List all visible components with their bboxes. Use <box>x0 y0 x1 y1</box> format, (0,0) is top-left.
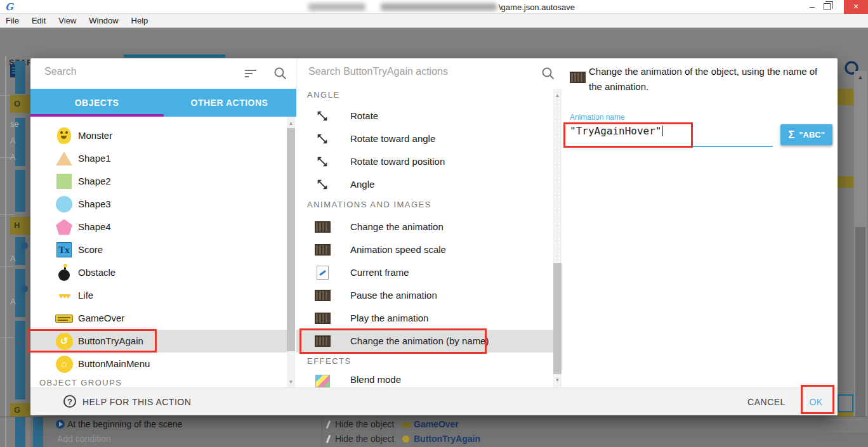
square-icon <box>56 174 72 189</box>
film-icon <box>315 313 331 324</box>
condition-icon <box>21 242 28 249</box>
object-row-shape1[interactable]: Shape1 <box>30 147 287 170</box>
filter-icon[interactable] <box>244 68 257 79</box>
hearts-icon: ♥♥♥ <box>58 291 69 301</box>
object-groups-header: OBJECT GROUPS <box>39 378 122 387</box>
search-icon <box>273 67 287 83</box>
action-row-pause-animation[interactable]: Pause the animation <box>296 284 553 307</box>
action-row-change-animation[interactable]: Change the animation <box>296 216 553 238</box>
film-icon <box>315 290 331 301</box>
help-link[interactable]: HELP FOR THIS ACTION <box>82 397 191 407</box>
add-condition-link[interactable]: Add condition <box>57 434 111 444</box>
object-row-life[interactable]: ♥♥♥ Life <box>30 284 287 307</box>
buttontryagain-mini-icon <box>402 436 409 443</box>
object-row-buttonmainmenu[interactable]: ⌂ ButtonMainMenu <box>30 353 287 375</box>
film-icon <box>570 72 586 83</box>
annotation-box-buttontryagain <box>27 329 157 353</box>
action-row-blend-mode[interactable]: Blend mode <box>296 372 553 387</box>
object-row-monster[interactable]: Monster <box>30 124 287 147</box>
tab-objects[interactable]: OBJECTS <box>30 89 163 117</box>
rotate-arrow-icon <box>314 153 331 170</box>
condition-icon <box>21 285 28 292</box>
annotation-box-ok-button <box>801 385 834 414</box>
menu-window[interactable]: Window <box>82 16 124 25</box>
event-bar <box>15 417 25 447</box>
scroll-up-icon[interactable]: ▲ <box>553 93 562 98</box>
object-row-score[interactable]: Tx Score <box>30 238 287 261</box>
menu-file[interactable]: File <box>0 16 25 25</box>
pentagon-icon <box>56 219 72 235</box>
scroll-down-icon[interactable]: ▼ <box>553 377 562 383</box>
frame-icon <box>317 266 329 280</box>
dialog-footer: ? HELP FOR THIS ACTION CANCEL OK <box>30 387 838 415</box>
event-bar <box>15 269 25 317</box>
action-object-name[interactable]: GameOver <box>414 419 459 429</box>
action-row-rotate-toward-position[interactable]: Rotate toward position <box>296 150 553 173</box>
event-bar <box>33 417 43 447</box>
circle-icon <box>56 196 72 212</box>
gameover-mini-icon <box>402 422 411 427</box>
gameover-icon <box>55 314 73 323</box>
action-description: Change the animation of the object, usin… <box>589 64 831 94</box>
object-row-shape3[interactable]: Shape3 <box>30 193 287 216</box>
action-row-angle[interactable]: Angle <box>296 173 553 196</box>
annotation-box-animation-name-field <box>563 122 693 148</box>
rotate-arrow-icon <box>314 131 331 147</box>
action-row-current-frame[interactable]: Current frame <box>296 261 553 284</box>
blurred-title-segment <box>381 3 497 11</box>
rotate-arrow-icon <box>314 108 331 124</box>
action-row-play-animation[interactable]: Play the animation <box>296 307 553 330</box>
title-bar: G \game.json.autosave – × <box>0 0 868 14</box>
rotate-arrow-icon <box>314 176 331 193</box>
object-search-input[interactable] <box>44 66 235 77</box>
toolbar <box>0 28 868 56</box>
triangle-icon <box>56 152 72 165</box>
minimize-button[interactable]: – <box>803 1 821 13</box>
screen: G \game.json.autosave – × File Edit View… <box>0 0 868 447</box>
close-button[interactable]: × <box>844 0 868 14</box>
choose-action-dialog: OBJECTS OTHER ACTIONS Monster Shape1 Sha… <box>30 58 838 415</box>
object-tabs: OBJECTS OTHER ACTIONS <box>30 89 296 117</box>
sigma-icon: Σ <box>788 129 794 141</box>
object-row-obstacle[interactable]: Obstacle <box>30 261 287 284</box>
events-scrollbar-thumb[interactable] <box>855 227 865 417</box>
objects-scrollbar-thumb[interactable] <box>287 128 295 351</box>
expression-editor-button[interactable]: Σ "ABC" <box>780 124 832 145</box>
help-icon[interactable]: ? <box>63 395 76 408</box>
tab-other-actions[interactable]: OTHER ACTIONS <box>163 89 296 117</box>
fold-chevron-icon[interactable]: ▾ <box>16 339 20 347</box>
action-row-animation-speed[interactable]: Animation speed scale <box>296 238 553 261</box>
app-logo-icon: G <box>5 1 13 13</box>
action-object-name[interactable]: ButtonTryAgain <box>414 434 480 444</box>
action-row-rotate-toward-angle[interactable]: Rotate toward angle <box>296 127 553 150</box>
scroll-down-icon[interactable]: ▼ <box>287 379 295 385</box>
search-icon <box>541 67 555 83</box>
event-bar <box>15 61 25 94</box>
restore-button[interactable] <box>824 3 831 10</box>
menu-help[interactable]: Help <box>125 16 155 25</box>
object-row-gameover[interactable]: GameOver <box>30 307 287 330</box>
annotation-box-change-animation-by-name <box>299 328 487 354</box>
object-search-area <box>30 58 296 89</box>
actions-scrollbar-thumb[interactable] <box>553 263 562 374</box>
event-bar <box>15 321 25 399</box>
scroll-up-icon[interactable]: ▲ <box>287 120 295 126</box>
action-search-input[interactable] <box>308 66 524 77</box>
film-icon <box>315 244 331 256</box>
condition-text[interactable]: At the beginning of the scene <box>67 419 182 429</box>
menu-view[interactable]: View <box>52 16 82 25</box>
active-tab-underline <box>30 114 164 117</box>
highlighted-event <box>838 89 853 105</box>
object-row-shape4[interactable]: Shape4 <box>30 216 287 238</box>
scroll-up-icon[interactable]: ▲ <box>854 74 867 81</box>
menu-edit[interactable]: Edit <box>25 16 52 25</box>
blend-mode-icon <box>315 375 330 387</box>
event-bar <box>15 170 25 212</box>
section-animations: ANIMATIONS AND IMAGES <box>307 200 431 209</box>
action-row-rotate[interactable]: Rotate <box>296 105 553 127</box>
blurred-title-segment <box>308 3 365 11</box>
object-row-shape2[interactable]: Shape2 <box>30 170 287 193</box>
cancel-button[interactable]: CANCEL <box>738 397 795 407</box>
tab-indicator <box>124 55 225 58</box>
toolbar-separator <box>838 60 838 80</box>
